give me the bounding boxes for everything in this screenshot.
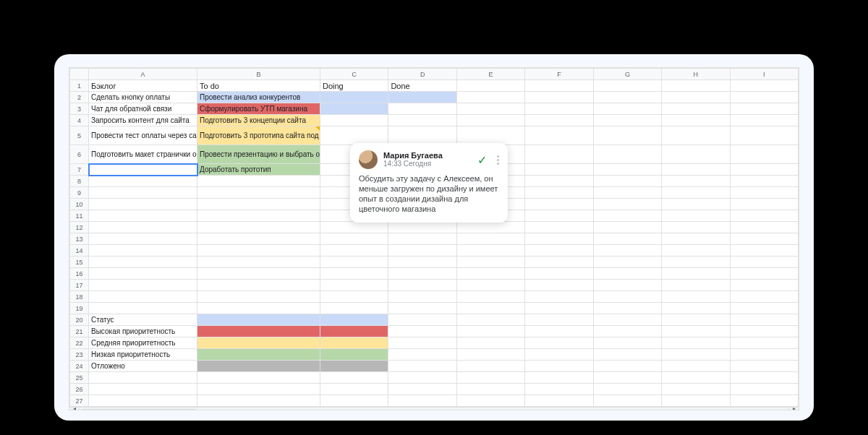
cell-D17[interactable] (388, 280, 456, 291)
cell-F9[interactable] (525, 187, 593, 199)
cell-I2[interactable] (730, 92, 798, 103)
horizontal-scrollbar[interactable]: ◂ ▸ (69, 407, 799, 410)
row-header[interactable]: 10 (70, 199, 89, 210)
cell-C25[interactable] (320, 372, 388, 384)
cell-G12[interactable] (593, 222, 661, 233)
cell-C4[interactable] (320, 115, 388, 126)
cell-A25[interactable] (89, 372, 197, 384)
column-header-B[interactable]: B (197, 69, 320, 80)
cell-H14[interactable] (662, 245, 730, 257)
row-header[interactable]: 23 (70, 349, 89, 361)
cell-I27[interactable] (730, 395, 798, 407)
row-header[interactable]: 17 (70, 280, 89, 291)
cell-F17[interactable] (525, 280, 593, 291)
cell-E25[interactable] (456, 372, 524, 384)
cell-C26[interactable] (320, 384, 388, 395)
cell-H20[interactable] (662, 314, 730, 326)
cell-A20[interactable]: Статус (89, 314, 197, 326)
column-header-H[interactable]: H (662, 69, 730, 80)
cell-D15[interactable] (388, 257, 456, 268)
cell-I16[interactable] (730, 268, 798, 280)
cell-A14[interactable] (89, 245, 197, 257)
cell-G17[interactable] (593, 280, 661, 291)
cell-B21[interactable] (197, 326, 320, 337)
cell-B8[interactable] (197, 176, 320, 187)
cell-D25[interactable] (388, 372, 456, 384)
cell-F24[interactable] (525, 361, 593, 372)
cell-D3[interactable] (388, 103, 456, 115)
cell-G15[interactable] (593, 257, 661, 268)
cell-H1[interactable] (662, 80, 730, 92)
row-header[interactable]: 7 (70, 164, 89, 176)
row-header[interactable]: 21 (70, 326, 89, 337)
cell-F2[interactable] (525, 92, 593, 103)
cell-B1[interactable]: To do (197, 80, 320, 92)
cell-C17[interactable] (320, 280, 388, 291)
cell-I23[interactable] (730, 349, 798, 361)
cell-F13[interactable] (525, 233, 593, 245)
cell-G9[interactable] (593, 187, 661, 199)
cell-E1[interactable] (456, 80, 524, 92)
cell-H23[interactable] (662, 349, 730, 361)
comment-menu-button[interactable] (497, 155, 499, 165)
cell-H25[interactable] (662, 372, 730, 384)
cell-B24[interactable] (197, 361, 320, 372)
cell-D13[interactable] (388, 233, 456, 245)
cell-G16[interactable] (593, 268, 661, 280)
cell-I4[interactable] (730, 115, 798, 126)
cell-B19[interactable] (197, 303, 320, 314)
cell-C24[interactable] (320, 361, 388, 372)
cell-G26[interactable] (593, 384, 661, 395)
cell-G8[interactable] (593, 176, 661, 187)
cell-H2[interactable] (662, 92, 730, 103)
cell-E3[interactable] (456, 103, 524, 115)
row-header[interactable]: 11 (70, 210, 89, 222)
cell-D18[interactable] (388, 291, 456, 303)
cell-H21[interactable] (662, 326, 730, 337)
cell-A23[interactable]: Низкая приоритетность (89, 349, 197, 361)
cell-B9[interactable] (197, 187, 320, 199)
row-header[interactable]: 8 (70, 176, 89, 187)
cell-G6[interactable] (593, 145, 661, 164)
cell-A24[interactable]: Отложено (89, 361, 197, 372)
cell-I12[interactable] (730, 222, 798, 233)
cell-E20[interactable] (456, 314, 524, 326)
cell-B12[interactable] (197, 222, 320, 233)
row-header[interactable]: 26 (70, 384, 89, 395)
cell-A18[interactable] (89, 291, 197, 303)
cell-E17[interactable] (456, 280, 524, 291)
cell-H27[interactable] (662, 395, 730, 407)
cell-D26[interactable] (388, 384, 456, 395)
column-header-D[interactable]: D (388, 69, 456, 80)
cell-G18[interactable] (593, 291, 661, 303)
cell-B23[interactable] (197, 349, 320, 361)
cell-E23[interactable] (456, 349, 524, 361)
cell-H11[interactable] (662, 210, 730, 222)
cell-I14[interactable] (730, 245, 798, 257)
cell-F11[interactable] (525, 210, 593, 222)
column-header-G[interactable]: G (593, 69, 661, 80)
column-header-C[interactable]: C (320, 69, 388, 80)
cell-F16[interactable] (525, 268, 593, 280)
cell-H3[interactable] (662, 103, 730, 115)
cell-A22[interactable]: Средняя приоритетность (89, 337, 197, 349)
cell-A5[interactable]: Провести тест оплаты через сайт (89, 126, 197, 145)
cell-G5[interactable] (593, 126, 661, 145)
row-header[interactable]: 24 (70, 361, 89, 372)
cell-I1[interactable] (730, 80, 798, 92)
cell-A12[interactable] (89, 222, 197, 233)
cell-F6[interactable] (525, 145, 593, 164)
cell-I22[interactable] (730, 337, 798, 349)
cell-H17[interactable] (662, 280, 730, 291)
cell-E4[interactable] (456, 115, 524, 126)
cell-B2[interactable]: Провести анализ конкурентов (197, 92, 320, 103)
cell-C20[interactable] (320, 314, 388, 326)
cell-E22[interactable] (456, 337, 524, 349)
grid[interactable]: ABCDEFGHI 1БэклогTo doDoingDone2Сделать … (69, 68, 799, 407)
cell-A1[interactable]: Бэклог (89, 80, 197, 92)
cell-F21[interactable] (525, 326, 593, 337)
column-header-F[interactable]: F (525, 69, 593, 80)
cell-G3[interactable] (593, 103, 661, 115)
cell-C3[interactable] (320, 103, 388, 115)
row-header[interactable]: 20 (70, 314, 89, 326)
